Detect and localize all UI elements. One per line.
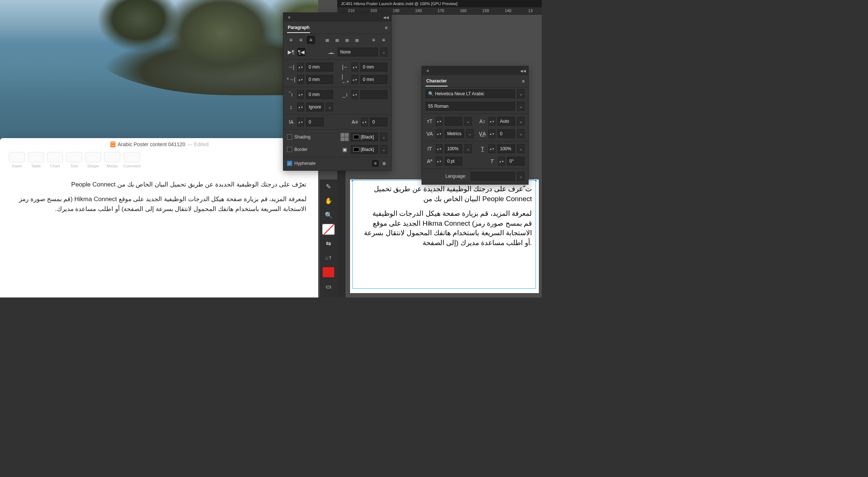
tool-swap-fillstroke[interactable]: ⇆ bbox=[322, 238, 335, 249]
align-away-spine-icon[interactable]: ≡ bbox=[380, 36, 387, 44]
valign-stepper[interactable]: ▲▼ bbox=[297, 103, 304, 111]
font-style-dd[interactable]: ⌄ bbox=[517, 102, 525, 111]
tool-screen-mode[interactable]: ▭ bbox=[322, 281, 335, 292]
character-tab[interactable]: Character bbox=[426, 76, 448, 86]
language-dd[interactable]: ⌄ bbox=[517, 172, 525, 181]
tool-zoom[interactable]: 🔍 bbox=[322, 210, 335, 221]
valign-field[interactable]: Ignore bbox=[306, 103, 324, 111]
firstline-field[interactable]: 0 mm bbox=[306, 75, 333, 84]
kerning-dd[interactable]: ⌄ bbox=[466, 129, 474, 138]
justify-right-icon[interactable]: ≣ bbox=[343, 36, 351, 44]
border-color[interactable]: [Black] bbox=[351, 145, 378, 154]
tracking-dd[interactable]: ⌄ bbox=[517, 129, 525, 138]
indent-right-stepper[interactable]: ▲▼ bbox=[352, 63, 358, 71]
border-checkbox[interactable] bbox=[287, 147, 292, 152]
font-size-field[interactable] bbox=[445, 117, 462, 126]
hyphenate-checkbox[interactable]: ✓ bbox=[287, 161, 292, 166]
firstline-stepper[interactable]: ▲▼ bbox=[297, 75, 304, 84]
tracking-field[interactable]: 0 bbox=[497, 129, 515, 138]
pages-document-body[interactable]: تعرّف على درجتك الوظيفية الجديدة عن طريق… bbox=[0, 173, 319, 214]
shading-color[interactable]: [Black] bbox=[351, 133, 378, 141]
border-dd[interactable]: ⌄ bbox=[380, 145, 387, 154]
panel-close-icon[interactable]: × bbox=[425, 68, 431, 74]
valign-dd[interactable]: ⌄ bbox=[326, 103, 333, 111]
paragraph-tab[interactable]: Paragraph bbox=[287, 23, 310, 33]
skew-stepper[interactable]: ▲▼ bbox=[498, 157, 505, 166]
tool-eyedropper[interactable]: ✎ bbox=[322, 181, 335, 192]
font-family-dd[interactable]: ⌄ bbox=[517, 89, 525, 98]
indent-left-stepper[interactable]: ▲▼ bbox=[297, 63, 304, 71]
pages-p2[interactable]: لمعرفة المزيد، قم بزيارة صفحة هيكل الدرج… bbox=[12, 195, 306, 214]
vscale-stepper[interactable]: ▲▼ bbox=[436, 144, 442, 153]
align-right-icon[interactable]: ≡ bbox=[307, 36, 315, 44]
panel-menu-icon[interactable]: ≡ bbox=[522, 79, 525, 84]
dropcap-chars-stepper[interactable]: ▲▼ bbox=[361, 118, 368, 126]
indesign-doc-tab[interactable]: JC491 Hikma Poster Launch Arabic.indd @ … bbox=[337, 0, 542, 7]
tb-table[interactable]: Table bbox=[28, 152, 44, 168]
hscale-stepper[interactable]: ▲▼ bbox=[489, 144, 495, 153]
pages-p1[interactable]: تعرّف على درجتك الوظيفية الجديدة عن طريق… bbox=[12, 180, 306, 189]
space-before-field[interactable]: 0 mm bbox=[306, 90, 333, 99]
panel-collapse-icon[interactable]: ◀◀ bbox=[383, 15, 388, 19]
frame-handle[interactable] bbox=[351, 179, 354, 182]
lastline-field[interactable]: 0 mm bbox=[360, 75, 387, 84]
tb-text[interactable]: Text bbox=[66, 152, 82, 168]
tb-insert[interactable]: Insert bbox=[9, 152, 25, 168]
panel-collapse-icon[interactable]: ◀◀ bbox=[520, 69, 525, 73]
kashida-dd[interactable]: ⌄ bbox=[380, 48, 387, 56]
font-size-stepper[interactable]: ▲▼ bbox=[436, 117, 442, 126]
dropcap-lines-stepper[interactable]: ▲▼ bbox=[297, 118, 304, 126]
baseline-stepper[interactable]: ▲▼ bbox=[436, 157, 442, 166]
tb-comment[interactable]: Comment bbox=[123, 152, 141, 168]
justify-left-icon[interactable]: ≣ bbox=[323, 36, 331, 44]
tool-fillstroke-toggle[interactable] bbox=[322, 224, 335, 235]
tool-apply-color[interactable] bbox=[322, 267, 335, 278]
space-between-stepper[interactable]: ▲▼ bbox=[352, 90, 358, 99]
frame-handle[interactable] bbox=[534, 179, 537, 182]
list-view-icon[interactable]: ≡ bbox=[372, 160, 379, 167]
vscale-dd[interactable]: ⌄ bbox=[464, 144, 472, 153]
kerning-field[interactable]: Metrics bbox=[445, 129, 464, 138]
panel-menu-icon[interactable]: ≡ bbox=[385, 25, 387, 30]
border-edges-icon[interactable]: ▣ bbox=[341, 145, 349, 154]
font-style-field[interactable]: 55 Roman bbox=[426, 102, 515, 111]
language-field[interactable] bbox=[471, 172, 515, 181]
dropcap-lines-field[interactable]: 0 bbox=[306, 118, 324, 126]
align-center-icon[interactable]: ≡ bbox=[297, 36, 305, 44]
justify-all-icon[interactable]: ≣ bbox=[353, 36, 361, 44]
dropcap-chars-field[interactable]: 0 bbox=[370, 118, 387, 126]
panel-close-icon[interactable]: × bbox=[286, 15, 292, 20]
indent-right-field[interactable]: 0 mm bbox=[360, 63, 387, 71]
frame-p1[interactable]: ت ّعرف على درجتك الوظيفية الجديدة عن طري… bbox=[356, 184, 532, 204]
leading-stepper[interactable]: ▲▼ bbox=[489, 117, 495, 126]
shading-swatch-icon[interactable] bbox=[341, 133, 349, 141]
align-left-icon[interactable]: ≡ bbox=[287, 36, 295, 44]
indent-left-field[interactable]: 0 mm bbox=[306, 63, 333, 71]
space-between-field[interactable] bbox=[360, 90, 387, 99]
para-dir-rtl-icon[interactable]: ¶◀ bbox=[297, 48, 305, 56]
thumb-view-icon[interactable]: ≣ bbox=[381, 160, 387, 167]
space-before-stepper[interactable]: ▲▼ bbox=[297, 90, 304, 99]
font-size-dd[interactable]: ⌄ bbox=[464, 117, 472, 126]
hscale-field[interactable]: 100% bbox=[497, 144, 515, 153]
tb-chart[interactable]: Chart bbox=[47, 152, 63, 168]
tool-hand[interactable]: ✋ bbox=[322, 195, 335, 206]
shading-dd[interactable]: ⌄ bbox=[380, 133, 387, 141]
lastline-stepper[interactable]: ▲▼ bbox=[352, 75, 358, 84]
skew-field[interactable]: 0° bbox=[507, 157, 525, 166]
font-family-field[interactable]: 🔍 Helvetica Neue LT Arabic bbox=[426, 89, 515, 98]
vscale-field[interactable]: 100% bbox=[445, 144, 462, 153]
tb-shape[interactable]: Shape bbox=[85, 152, 101, 168]
justify-center-icon[interactable]: ≣ bbox=[333, 36, 341, 44]
kashida-field[interactable]: None bbox=[338, 48, 378, 56]
shading-checkbox[interactable] bbox=[287, 134, 292, 140]
leading-dd[interactable]: ⌄ bbox=[517, 117, 525, 126]
frame-p2[interactable]: لمعرفة المزيد، قم بزيارة صفحة هيكل الدرج… bbox=[356, 209, 532, 248]
align-toward-spine-icon[interactable]: ≡ bbox=[370, 36, 378, 44]
tool-view-options[interactable]: ▦ bbox=[322, 295, 335, 297]
kerning-stepper[interactable]: ▲▼ bbox=[436, 129, 442, 138]
indesign-text-frame[interactable]: ت ّعرف على درجتك الوظيفية الجديدة عن طري… bbox=[352, 180, 536, 289]
leading-field[interactable]: Auto bbox=[497, 117, 515, 126]
hscale-dd[interactable]: ⌄ bbox=[517, 144, 525, 153]
baseline-field[interactable]: 0 pt bbox=[445, 157, 462, 166]
